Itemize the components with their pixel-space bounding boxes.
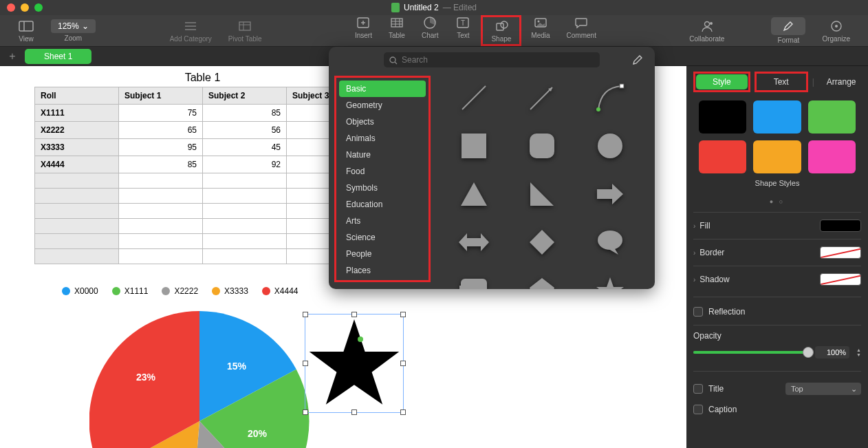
shape-pentagon[interactable]: [511, 273, 572, 289]
legend-dot-icon: [112, 287, 120, 295]
border-row[interactable]: ›Border: [693, 239, 861, 266]
table-title[interactable]: Table 1: [34, 72, 371, 84]
shape-category-basic[interactable]: Basic: [339, 81, 426, 97]
opacity-field[interactable]: [815, 346, 849, 359]
shape-category-education[interactable]: Education: [339, 196, 426, 213]
resize-handle[interactable]: [400, 361, 406, 366]
styles-prev-button[interactable]: ‹: [686, 131, 687, 142]
sheet-tab-1[interactable]: Sheet 1: [25, 49, 91, 64]
collaborate-button[interactable]: Collaborate: [682, 19, 731, 43]
shape-curve[interactable]: [580, 80, 641, 116]
traffic-lights: [7, 3, 43, 12]
shadow-row[interactable]: ›Shadow: [693, 266, 861, 292]
resize-handle[interactable]: [400, 409, 406, 415]
border-swatch[interactable]: [820, 246, 861, 259]
shape-category-places[interactable]: Places: [339, 262, 426, 279]
shape-star[interactable]: [580, 273, 641, 289]
text-tab-highlight: Text: [755, 72, 808, 92]
insert-button[interactable]: Insert: [348, 15, 379, 46]
col-header-s2[interactable]: Subject 2: [203, 87, 287, 105]
shape-category-geometry[interactable]: Geometry: [339, 97, 426, 114]
shape-category-symbols[interactable]: Symbols: [339, 180, 426, 196]
close-window-button[interactable]: [7, 3, 15, 12]
inspector-tab-arrange[interactable]: Arrange: [818, 74, 865, 89]
shape-category-arts[interactable]: Arts: [339, 213, 426, 229]
resize-handle[interactable]: [303, 312, 308, 317]
shape-category-food[interactable]: Food: [339, 163, 426, 180]
shape-arrow-right[interactable]: [580, 176, 641, 212]
pie-label: 20%: [248, 428, 267, 439]
shape-line[interactable]: [443, 80, 504, 116]
col-header-roll[interactable]: Roll: [35, 87, 119, 105]
reflection-checkbox[interactable]: [693, 307, 703, 317]
title-position-select[interactable]: Top⌄: [785, 383, 861, 395]
shape-style-swatch[interactable]: [699, 140, 746, 173]
shape-category-people[interactable]: People: [339, 246, 426, 262]
shape-style-swatch[interactable]: [808, 140, 856, 173]
pivot-table-button[interactable]: Pivot Table: [221, 19, 269, 43]
fill-row[interactable]: ›Fill: [693, 212, 861, 239]
inspector-tab-text[interactable]: Text: [757, 74, 805, 89]
table-row: [35, 189, 371, 204]
shape-arrow-bidir[interactable]: [443, 224, 504, 260]
resize-handle[interactable]: [303, 361, 308, 366]
media-button[interactable]: Media: [524, 15, 556, 46]
shape-right-triangle[interactable]: [511, 176, 572, 212]
shape-style-swatch[interactable]: [753, 140, 801, 173]
shape-category-objects[interactable]: Objects: [339, 114, 426, 130]
shape-speech-bubble[interactable]: [580, 224, 641, 260]
svg-rect-35: [462, 134, 486, 158]
svg-point-28: [390, 57, 395, 63]
text-button[interactable]: T Text: [448, 15, 478, 46]
shape-diamond[interactable]: [511, 224, 572, 260]
svg-marker-40: [597, 184, 623, 204]
zoom-button[interactable]: 125%⌄ Zoom: [44, 19, 102, 42]
caption-checkbox[interactable]: [693, 405, 703, 414]
rotation-handle[interactable]: [358, 337, 363, 342]
shape-arrow-line[interactable]: [511, 80, 572, 116]
pie-label: 23%: [136, 372, 155, 383]
data-table[interactable]: Roll Subject 1 Subject 2 Subject 3 X1111…: [34, 87, 371, 264]
fill-swatch[interactable]: [820, 220, 861, 232]
shape-button[interactable]: Shape: [484, 19, 518, 43]
shape-category-nature[interactable]: Nature: [339, 147, 426, 163]
opacity-stepper[interactable]: ▲▼: [856, 348, 861, 357]
shape-category-animals[interactable]: Animals: [339, 130, 426, 147]
shape-circle[interactable]: [580, 128, 641, 164]
minimize-window-button[interactable]: [21, 3, 29, 12]
shape-square[interactable]: [443, 128, 504, 164]
maximize-window-button[interactable]: [34, 3, 43, 12]
shadow-swatch[interactable]: [820, 273, 861, 286]
view-button[interactable]: View: [11, 19, 41, 43]
shape-style-swatch[interactable]: [808, 100, 856, 134]
format-button[interactable]: Format: [764, 17, 812, 44]
inspector-tab-style[interactable]: Style: [696, 74, 748, 89]
shape-category-activities[interactable]: Activities: [339, 279, 426, 282]
shape-triangle[interactable]: [443, 176, 504, 212]
col-header-s1[interactable]: Subject 1: [119, 87, 203, 105]
resize-handle[interactable]: [351, 312, 357, 317]
shape-rounded-square[interactable]: [511, 128, 572, 164]
add-sheet-button[interactable]: +: [6, 50, 19, 63]
opacity-slider[interactable]: [693, 351, 808, 354]
resize-handle[interactable]: [303, 409, 308, 415]
shape-style-swatch[interactable]: [699, 100, 746, 134]
comment-button[interactable]: Comment: [560, 15, 603, 46]
shape-style-swatch[interactable]: [753, 100, 801, 134]
shape-rounded-notch[interactable]: [443, 273, 504, 289]
table-button[interactable]: Table: [382, 15, 412, 46]
chart-button[interactable]: Chart: [415, 15, 445, 46]
organize-button[interactable]: Organize: [815, 19, 857, 43]
svg-rect-36: [530, 134, 554, 158]
title-checkbox[interactable]: [693, 384, 703, 394]
add-category-button[interactable]: Add Category: [163, 19, 219, 43]
resize-handle[interactable]: [400, 312, 406, 317]
shape-search-input[interactable]: [384, 52, 600, 67]
pie-chart[interactable]: 15% 20% 23%: [89, 311, 310, 448]
chevron-down-icon: ⌄: [82, 21, 89, 31]
shape-category-science[interactable]: Science: [339, 229, 426, 246]
selected-star-shape[interactable]: [305, 314, 404, 413]
resize-handle[interactable]: [351, 409, 357, 415]
pen-tool-icon[interactable]: [631, 54, 644, 69]
disclosure-icon: ›: [693, 276, 695, 284]
